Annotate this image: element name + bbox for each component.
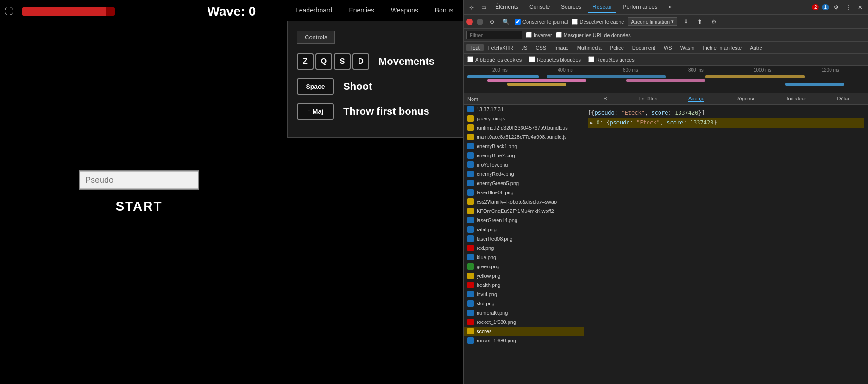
filter-tab-js[interactable]: JS <box>518 44 531 51</box>
filter-tab-image[interactable]: Image <box>551 44 572 51</box>
file-list-item[interactable]: KFOmCnqEu92Fr1Mu4mxK.woff2 <box>464 206 584 216</box>
file-name: css2?family=Roboto&display=swap <box>477 199 557 204</box>
tab-leaderboard[interactable]: Leaderboard <box>287 0 340 20</box>
file-list-item[interactable]: numeral0.png <box>464 308 584 317</box>
file-list-item[interactable]: laserRed08.png <box>464 234 584 243</box>
file-name: enemyBlue2.png <box>477 153 515 158</box>
file-list-item[interactable]: css2?family=Roboto&display=swap <box>464 197 584 206</box>
blocked-cookies-checkbox[interactable] <box>467 56 473 62</box>
col-initiator[interactable]: Initiateur <box>786 96 806 102</box>
tab-more[interactable]: » <box>664 2 676 13</box>
blocked-requests-checkbox[interactable] <box>529 56 535 62</box>
close-devtools-icon[interactable]: ✕ <box>855 2 865 12</box>
file-name: scores <box>477 328 491 334</box>
file-list-item[interactable]: jquery.min.js <box>464 114 584 123</box>
filter-tab-fetch[interactable]: Fetch/XHR <box>484 44 517 51</box>
filter-tab-police[interactable]: Police <box>606 44 628 51</box>
file-list-item[interactable]: rafal.png <box>464 225 584 234</box>
file-list: 13.37.17.31jquery.min.jsruntime.f2fd320f… <box>464 105 584 384</box>
settings-icon[interactable]: ⚙ <box>831 2 841 12</box>
filter-tab-document[interactable]: Document <box>629 44 659 51</box>
journal-checkbox-label[interactable]: Conserver le journal <box>515 19 568 25</box>
blocked-cookies-label[interactable]: A bloqué les cookies <box>467 56 522 62</box>
limitation-dropdown[interactable]: Aucune limitation ▾ <box>628 17 677 26</box>
timeline-area: 200 ms 400 ms 600 ms 800 ms 1000 ms 1200… <box>464 66 868 93</box>
preview-panel: [{pseudo: "Eteck", score: 1337420}] ▶ 0:… <box>584 105 868 384</box>
device-icon[interactable]: ▭ <box>478 2 489 12</box>
file-list-item[interactable]: runtime.f2fd320ff236045767b9.bundle.js <box>464 123 584 132</box>
inverser-checkbox-label[interactable]: Inverser <box>526 32 552 38</box>
import-icon[interactable]: ⬇ <box>681 17 691 27</box>
file-list-item[interactable]: enemyRed4.png <box>464 169 584 179</box>
filter-tab-manifest[interactable]: Fichier manifeste <box>699 44 745 51</box>
file-name: yellow.png <box>477 273 500 279</box>
filter-icon[interactable]: ⊙ <box>487 17 497 27</box>
filter-tab-autre[interactable]: Autre <box>746 44 766 51</box>
file-name: green.png <box>477 264 500 269</box>
file-list-item[interactable]: laserGreen14.png <box>464 216 584 225</box>
masquer-checkbox-label[interactable]: Masquer les URL de données <box>556 32 631 38</box>
filter-input[interactable] <box>466 31 522 39</box>
tab-weapons[interactable]: Weapons <box>383 0 427 20</box>
filter-tab-ws[interactable]: WS <box>660 44 676 51</box>
file-list-item[interactable]: scores <box>464 327 584 336</box>
filter-tab-tout[interactable]: Tout <box>466 44 484 51</box>
cache-checkbox[interactable] <box>572 19 578 25</box>
masquer-checkbox[interactable] <box>556 32 562 38</box>
file-list-item[interactable]: rocket_1f680.png <box>464 317 584 327</box>
tab-console[interactable]: Console <box>525 2 554 13</box>
controls-tab[interactable]: Controls <box>297 31 335 44</box>
file-list-item[interactable]: blue.png <box>464 253 584 262</box>
tab-elements[interactable]: Éléments <box>491 2 523 13</box>
inspect-icon[interactable]: ⊹ <box>466 2 477 12</box>
filter-tab-css[interactable]: CSS <box>532 44 550 51</box>
search-icon[interactable]: 🔍 <box>501 17 511 27</box>
more-options-icon[interactable]: ⋮ <box>843 2 853 12</box>
file-list-item[interactable]: invul.png <box>464 290 584 299</box>
settings2-icon[interactable]: ⚙ <box>709 17 719 27</box>
col-headers[interactable]: En-têtes <box>638 96 657 102</box>
tab-performances[interactable]: Performances <box>618 2 662 13</box>
column-headers: Nom ✕ En-têtes Aperçu Réponse Initiateur… <box>464 93 868 105</box>
file-list-item[interactable]: laserBlue06.png <box>464 188 584 197</box>
blocked-requests-label[interactable]: Requêtes bloquées <box>529 56 581 62</box>
pseudo-input[interactable] <box>79 171 199 190</box>
col-close[interactable]: ✕ <box>603 96 607 102</box>
col-nom[interactable]: Nom <box>464 96 584 102</box>
tab-sources[interactable]: Sources <box>556 2 586 13</box>
record-button[interactable] <box>466 19 473 25</box>
file-list-item[interactable]: health.png <box>464 280 584 290</box>
filter-tab-wasm[interactable]: Wasm <box>677 44 698 51</box>
bonus-row: ↑ Maj Throw first bonus <box>297 103 453 120</box>
inverser-label: Inverser <box>534 32 552 38</box>
file-list-item[interactable]: main.0acc8a51228c77e4a908.bundle.js <box>464 132 584 142</box>
file-list-item[interactable]: enemyGreen5.png <box>464 179 584 188</box>
tab-enemies[interactable]: Enemies <box>340 0 382 20</box>
stop-record-button[interactable] <box>477 19 483 25</box>
export-icon[interactable]: ⬆ <box>695 17 705 27</box>
file-list-item[interactable]: 13.37.17.31 <box>464 105 584 114</box>
third-party-checkbox[interactable] <box>588 56 594 62</box>
file-list-item[interactable]: enemyBlack1.png <box>464 142 584 151</box>
journal-checkbox[interactable] <box>515 19 521 25</box>
file-list-item[interactable]: ufoYellow.png <box>464 160 584 169</box>
third-party-label[interactable]: Requêtes tierces <box>588 56 635 62</box>
file-list-item[interactable]: rocket_1f680.png <box>464 336 584 345</box>
inverser-checkbox[interactable] <box>526 32 532 38</box>
file-icon <box>467 134 474 140</box>
start-button[interactable]: START <box>115 199 162 214</box>
filter-tab-multimedia[interactable]: Multimédia <box>573 44 605 51</box>
timeline-label-400: 400 ms <box>558 68 573 73</box>
tab-bonus[interactable]: Bonus <box>427 0 462 20</box>
col-delay[interactable]: Délai <box>837 96 849 102</box>
col-preview[interactable]: Aperçu <box>688 96 704 102</box>
expand-icon[interactable]: ⛶ <box>5 7 13 17</box>
file-list-item[interactable]: slot.png <box>464 299 584 308</box>
col-response[interactable]: Réponse <box>736 96 756 102</box>
file-list-item[interactable]: green.png <box>464 262 584 271</box>
file-list-item[interactable]: red.png <box>464 243 584 253</box>
file-list-item[interactable]: enemyBlue2.png <box>464 151 584 160</box>
file-list-item[interactable]: yellow.png <box>464 271 584 280</box>
cache-checkbox-label[interactable]: Désactiver le cache <box>572 19 624 25</box>
tab-reseau[interactable]: Réseau <box>588 2 616 13</box>
